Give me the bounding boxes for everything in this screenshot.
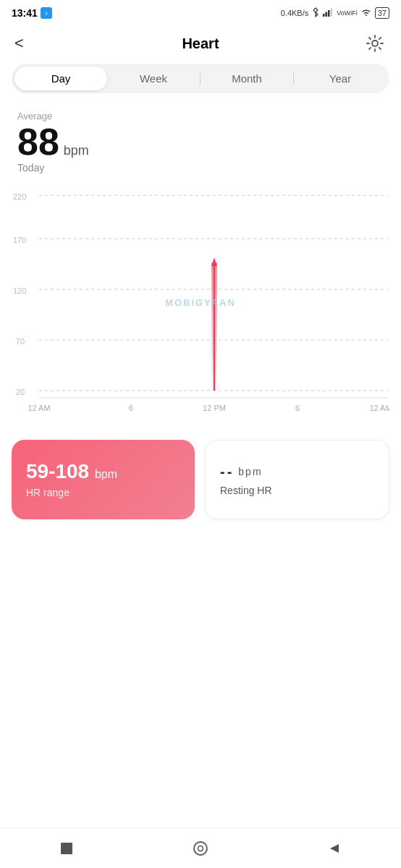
svg-text:220: 220 (13, 192, 26, 201)
hr-range-card: 59-108 bpm HR range (12, 440, 195, 519)
tab-bar: Day Week Month Year (12, 64, 389, 93)
stats-date: Today (17, 162, 384, 174)
svg-text:i: i (46, 11, 47, 16)
svg-marker-25 (211, 258, 217, 266)
hr-range-value: 59-108 bpm (26, 461, 180, 483)
heart-rate-unit: bpm (64, 143, 89, 158)
chart-svg: 220 170 120 70 20 12 AM 6 12 PM 6 12 AM (12, 179, 389, 425)
bluetooth-icon (312, 7, 319, 19)
svg-text:12 AM: 12 AM (369, 404, 389, 412)
nav-square-button[interactable] (51, 833, 83, 864)
nav-back-button[interactable] (318, 833, 350, 864)
status-indicators: 0.4KB/s VoWiFi 37 (281, 7, 389, 19)
navigation-bar (0, 827, 401, 868)
page-header: < Heart (0, 26, 401, 64)
svg-point-6 (372, 41, 378, 46)
svg-rect-2 (323, 14, 325, 17)
tab-month[interactable]: Month (200, 67, 293, 90)
status-time: 13:41 i (12, 7, 52, 19)
battery-indicator: 37 (375, 7, 389, 19)
resting-hr-card: -- bpm Resting HR (205, 440, 389, 519)
tab-day[interactable]: Day (14, 67, 107, 90)
wifi-icon (361, 9, 371, 18)
svg-marker-29 (330, 844, 339, 853)
notification-icon: i (41, 7, 52, 19)
tab-week[interactable]: Week (107, 67, 200, 90)
stats-section: Average 88 bpm Today (0, 105, 401, 174)
tab-year[interactable]: Year (294, 67, 387, 90)
heart-rate-value: 88 bpm (17, 123, 384, 161)
svg-point-28 (198, 846, 203, 851)
svg-rect-3 (326, 12, 328, 17)
svg-text:120: 120 (13, 286, 26, 295)
network-speed: 0.4KB/s (281, 9, 309, 17)
page-title: Heart (182, 35, 219, 52)
back-button[interactable]: < (14, 34, 38, 53)
resting-hr-unit: bpm (238, 466, 262, 477)
heart-rate-number: 88 (17, 123, 59, 161)
svg-rect-5 (331, 9, 333, 17)
average-label: Average (17, 111, 384, 122)
svg-text:170: 170 (13, 236, 26, 244)
svg-text:6: 6 (295, 404, 300, 412)
svg-text:12 AM: 12 AM (28, 404, 50, 412)
svg-rect-4 (328, 10, 330, 17)
status-bar: 13:41 i 0.4KB/s VoWiFi 37 (0, 0, 401, 26)
hr-range-unit: bpm (95, 468, 117, 480)
svg-text:12 PM: 12 PM (203, 404, 226, 412)
resting-hr-label: Resting HR (220, 485, 272, 496)
nav-home-button[interactable] (185, 833, 216, 864)
svg-text:20: 20 (16, 388, 25, 396)
svg-point-27 (194, 842, 207, 855)
cards-row: 59-108 bpm HR range -- bpm Resting HR (12, 440, 389, 519)
hr-range-label: HR range (26, 487, 180, 498)
signal-icon (323, 8, 333, 18)
heart-rate-chart: 220 170 120 70 20 12 AM 6 12 PM 6 12 AM (12, 179, 389, 425)
resting-hr-value: -- bpm (220, 464, 263, 480)
svg-rect-26 (61, 843, 72, 854)
svg-text:6: 6 (129, 404, 133, 412)
vo-wifi-icon: VoWiFi (337, 9, 358, 17)
svg-text:70: 70 (16, 337, 25, 346)
settings-button[interactable] (363, 32, 387, 55)
